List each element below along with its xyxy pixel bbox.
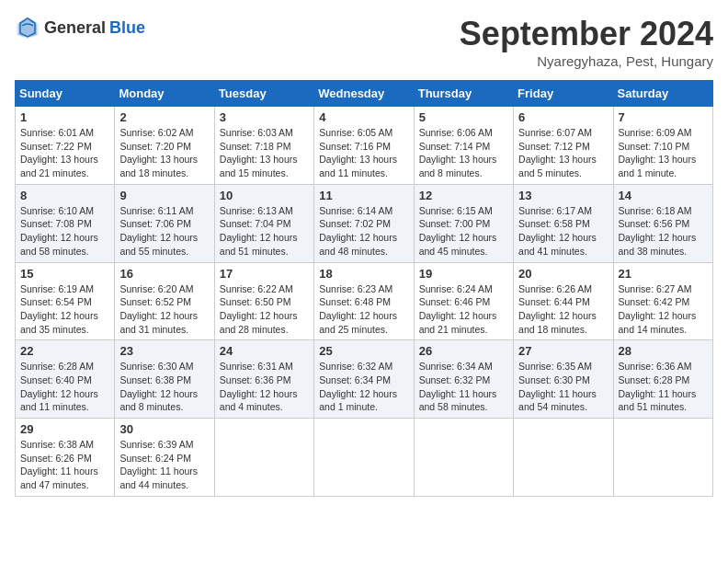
day-info: Sunrise: 6:09 AM Sunset: 7:10 PM Dayligh… (619, 126, 708, 180)
calendar-cell: 12 Sunrise: 6:15 AM Sunset: 7:00 PM Dayl… (414, 184, 513, 262)
day-info: Sunrise: 6:26 AM Sunset: 6:44 PM Dayligh… (518, 282, 608, 337)
day-number: 11 (319, 189, 408, 202)
day-info: Sunrise: 6:13 AM Sunset: 7:04 PM Dayligh… (220, 204, 309, 259)
logo: General Blue (15, 15, 145, 40)
calendar-cell: 19 Sunrise: 6:24 AM Sunset: 6:46 PM Dayl… (414, 262, 513, 340)
logo-blue-text: Blue (109, 18, 145, 38)
day-info: Sunrise: 6:18 AM Sunset: 6:56 PM Dayligh… (619, 204, 708, 259)
location-title: Nyaregyhaza, Pest, Hungary (460, 53, 713, 69)
day-number: 25 (319, 344, 408, 358)
calendar-cell: 7 Sunrise: 6:09 AM Sunset: 7:10 PM Dayli… (613, 107, 712, 185)
col-header-saturday: Saturday (613, 81, 712, 107)
col-header-monday: Monday (115, 81, 214, 107)
day-number: 17 (220, 267, 309, 281)
calendar-table: SundayMondayTuesdayWednesdayThursdayFrid… (15, 80, 713, 497)
calendar-cell: 3 Sunrise: 6:03 AM Sunset: 7:18 PM Dayli… (214, 107, 313, 185)
day-info: Sunrise: 6:15 AM Sunset: 7:00 PM Dayligh… (419, 204, 508, 259)
day-number: 28 (619, 344, 708, 358)
calendar-cell: 9 Sunrise: 6:11 AM Sunset: 7:06 PM Dayli… (115, 184, 214, 262)
day-info: Sunrise: 6:05 AM Sunset: 7:16 PM Dayligh… (319, 126, 408, 180)
day-number: 10 (220, 189, 309, 202)
calendar-cell: 17 Sunrise: 6:22 AM Sunset: 6:50 PM Dayl… (214, 262, 313, 340)
calendar-cell: 25 Sunrise: 6:32 AM Sunset: 6:34 PM Dayl… (314, 340, 414, 419)
day-info: Sunrise: 6:23 AM Sunset: 6:48 PM Dayligh… (319, 282, 408, 337)
calendar-cell (414, 419, 513, 497)
day-number: 26 (419, 344, 508, 358)
calendar-week-row: 8 Sunrise: 6:10 AM Sunset: 7:08 PM Dayli… (16, 184, 713, 262)
calendar-cell: 22 Sunrise: 6:28 AM Sunset: 6:40 PM Dayl… (16, 340, 115, 419)
day-number: 27 (518, 344, 608, 358)
calendar-cell: 15 Sunrise: 6:19 AM Sunset: 6:54 PM Dayl… (16, 262, 115, 340)
calendar-week-row: 22 Sunrise: 6:28 AM Sunset: 6:40 PM Dayl… (16, 340, 713, 419)
logo-general-text: General (44, 18, 106, 38)
title-area: September 2024 Nyaregyhaza, Pest, Hungar… (460, 15, 713, 69)
day-number: 20 (518, 267, 608, 281)
day-info: Sunrise: 6:07 AM Sunset: 7:12 PM Dayligh… (518, 126, 608, 180)
day-number: 23 (119, 344, 209, 358)
day-info: Sunrise: 6:20 AM Sunset: 6:52 PM Dayligh… (119, 282, 209, 337)
calendar-cell: 4 Sunrise: 6:05 AM Sunset: 7:16 PM Dayli… (314, 107, 414, 185)
calendar-cell (613, 419, 712, 497)
col-header-tuesday: Tuesday (214, 81, 313, 107)
day-number: 15 (20, 267, 109, 281)
calendar-cell: 13 Sunrise: 6:17 AM Sunset: 6:58 PM Dayl… (514, 184, 613, 262)
day-info: Sunrise: 6:30 AM Sunset: 6:38 PM Dayligh… (119, 360, 209, 414)
day-number: 7 (619, 110, 708, 124)
calendar-cell: 21 Sunrise: 6:27 AM Sunset: 6:42 PM Dayl… (613, 262, 712, 340)
calendar-cell: 2 Sunrise: 6:02 AM Sunset: 7:20 PM Dayli… (115, 107, 214, 185)
calendar-cell: 27 Sunrise: 6:35 AM Sunset: 6:30 PM Dayl… (514, 340, 613, 419)
calendar-cell: 6 Sunrise: 6:07 AM Sunset: 7:12 PM Dayli… (514, 107, 613, 185)
day-number: 14 (619, 189, 708, 202)
calendar-week-row: 1 Sunrise: 6:01 AM Sunset: 7:22 PM Dayli… (16, 107, 713, 185)
day-info: Sunrise: 6:01 AM Sunset: 7:22 PM Dayligh… (20, 126, 109, 180)
calendar-cell: 29 Sunrise: 6:38 AM Sunset: 6:26 PM Dayl… (16, 419, 115, 497)
day-number: 21 (619, 267, 708, 281)
day-number: 8 (20, 189, 109, 202)
day-info: Sunrise: 6:28 AM Sunset: 6:40 PM Dayligh… (20, 360, 109, 414)
calendar-header-row: SundayMondayTuesdayWednesdayThursdayFrid… (16, 81, 713, 107)
day-info: Sunrise: 6:27 AM Sunset: 6:42 PM Dayligh… (619, 282, 708, 337)
calendar-cell: 23 Sunrise: 6:30 AM Sunset: 6:38 PM Dayl… (115, 340, 214, 419)
day-number: 24 (220, 344, 309, 358)
calendar-cell: 20 Sunrise: 6:26 AM Sunset: 6:44 PM Dayl… (514, 262, 613, 340)
calendar-cell: 16 Sunrise: 6:20 AM Sunset: 6:52 PM Dayl… (115, 262, 214, 340)
day-number: 22 (20, 344, 109, 358)
day-info: Sunrise: 6:10 AM Sunset: 7:08 PM Dayligh… (20, 204, 109, 259)
day-number: 18 (319, 267, 408, 281)
calendar-cell: 18 Sunrise: 6:23 AM Sunset: 6:48 PM Dayl… (314, 262, 414, 340)
day-info: Sunrise: 6:35 AM Sunset: 6:30 PM Dayligh… (518, 360, 608, 414)
calendar-cell: 24 Sunrise: 6:31 AM Sunset: 6:36 PM Dayl… (214, 340, 313, 419)
month-title: September 2024 (460, 15, 713, 53)
day-number: 12 (419, 189, 508, 202)
day-info: Sunrise: 6:06 AM Sunset: 7:14 PM Dayligh… (419, 126, 508, 180)
day-number: 4 (319, 110, 408, 124)
day-number: 29 (20, 422, 109, 436)
day-info: Sunrise: 6:11 AM Sunset: 7:06 PM Dayligh… (119, 204, 209, 259)
day-info: Sunrise: 6:17 AM Sunset: 6:58 PM Dayligh… (518, 204, 608, 259)
col-header-thursday: Thursday (414, 81, 513, 107)
col-header-wednesday: Wednesday (314, 81, 414, 107)
calendar-cell: 1 Sunrise: 6:01 AM Sunset: 7:22 PM Dayli… (16, 107, 115, 185)
header: General Blue September 2024 Nyaregyhaza,… (15, 15, 713, 69)
calendar-cell (314, 419, 414, 497)
col-header-sunday: Sunday (16, 81, 115, 107)
day-number: 2 (119, 110, 209, 124)
day-number: 9 (119, 189, 209, 202)
day-number: 16 (119, 267, 209, 281)
day-info: Sunrise: 6:24 AM Sunset: 6:46 PM Dayligh… (419, 282, 508, 337)
calendar-cell: 28 Sunrise: 6:36 AM Sunset: 6:28 PM Dayl… (613, 340, 712, 419)
day-number: 6 (518, 110, 608, 124)
day-number: 3 (220, 110, 309, 124)
day-number: 19 (419, 267, 508, 281)
calendar-cell (514, 419, 613, 497)
logo-icon (15, 15, 40, 40)
day-info: Sunrise: 6:32 AM Sunset: 6:34 PM Dayligh… (319, 360, 408, 414)
day-number: 13 (518, 189, 608, 202)
calendar-cell: 10 Sunrise: 6:13 AM Sunset: 7:04 PM Dayl… (214, 184, 313, 262)
calendar-cell: 8 Sunrise: 6:10 AM Sunset: 7:08 PM Dayli… (16, 184, 115, 262)
day-info: Sunrise: 6:22 AM Sunset: 6:50 PM Dayligh… (220, 282, 309, 337)
calendar-cell (214, 419, 313, 497)
col-header-friday: Friday (514, 81, 613, 107)
day-info: Sunrise: 6:39 AM Sunset: 6:24 PM Dayligh… (119, 438, 209, 492)
day-info: Sunrise: 6:36 AM Sunset: 6:28 PM Dayligh… (619, 360, 708, 414)
